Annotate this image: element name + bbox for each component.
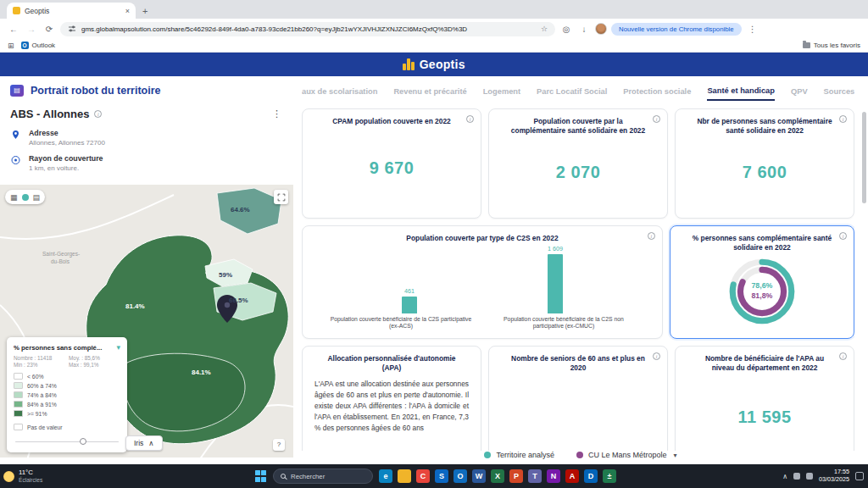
compare-legend: Territoire analysé CU Le Mans Métropole …: [293, 448, 868, 462]
info-icon[interactable]: i: [653, 352, 660, 360]
stat-value: 9 670: [311, 126, 472, 210]
forward-button[interactable]: →: [25, 25, 38, 34]
powerpoint-icon[interactable]: P: [509, 469, 523, 483]
browser-menu-kebab-icon[interactable]: ⋮: [746, 25, 760, 34]
legend-class: >= 91%: [14, 410, 120, 417]
scrollbar-thumb[interactable]: [862, 112, 866, 203]
site-info-icon[interactable]: [68, 25, 76, 33]
tab-sources[interactable]: Sources: [824, 87, 854, 100]
taskbar-search[interactable]: Rechercher: [273, 469, 373, 484]
weather-icon: [3, 471, 14, 482]
info-icon[interactable]: i: [839, 352, 847, 360]
bookmarks-bar: ⊞ O Outlook Tous les favoris: [0, 39, 868, 53]
map-grid-icon[interactable]: ▦: [10, 193, 18, 202]
tab-parc-locatif-social[interactable]: Parc Locatif Social: [537, 87, 607, 100]
all-favorites-button[interactable]: Tous les favoris: [803, 42, 860, 49]
extensions-icon[interactable]: ◎: [559, 25, 573, 34]
compare-label: Territoire analysé: [496, 451, 554, 459]
onenote-icon[interactable]: N: [547, 469, 560, 483]
back-button[interactable]: ←: [7, 25, 20, 34]
legend-class: 84% à 91%: [14, 401, 120, 408]
card-donut-chart[interactable]: % personnes sans complémentaire santé so…: [670, 225, 854, 339]
notification-center-icon[interactable]: [855, 472, 864, 480]
file-explorer-icon[interactable]: [398, 469, 411, 483]
map-place-label2: du-Bois: [51, 258, 70, 264]
outlook-icon[interactable]: O: [453, 469, 467, 483]
edge-icon[interactable]: e: [379, 469, 392, 483]
download-icon[interactable]: ↓: [577, 25, 591, 34]
tab-sant-et-handicap[interactable]: Santé et handicap: [707, 86, 775, 101]
word-icon[interactable]: W: [472, 469, 486, 483]
taskbar-app-icons: eCSOWXPTNAD±: [379, 469, 616, 483]
onedrive-icon[interactable]: D: [584, 469, 598, 483]
map-layers-icon[interactable]: ▤: [33, 193, 41, 202]
tab-aux-de-scolarisation[interactable]: aux de scolarisation: [302, 87, 377, 100]
tray-volume-icon[interactable]: [806, 473, 813, 480]
compare-dot: [576, 452, 583, 458]
map[interactable]: Saint-Georges- du-Bois 64.6%59%66.5%81.4…: [0, 185, 293, 458]
chrome-icon[interactable]: C: [416, 469, 430, 483]
expand-icon: [277, 193, 286, 202]
taskbar-weather[interactable]: 11°C Éclaircies: [3, 469, 42, 484]
info-icon[interactable]: i: [653, 115, 660, 123]
info-icon[interactable]: i: [466, 115, 474, 123]
card-title: % personnes sans complémentaire santé so…: [679, 234, 845, 252]
coverage-radius-icon: [10, 154, 21, 165]
excel-icon[interactable]: X: [491, 469, 504, 483]
tab-close-icon[interactable]: ×: [125, 7, 130, 15]
store-icon[interactable]: S: [435, 469, 448, 483]
info-icon[interactable]: i: [648, 232, 655, 240]
legend-opacity-slider[interactable]: [14, 437, 120, 446]
map-region-label: 84.1%: [192, 369, 211, 376]
address-label: Adresse: [29, 129, 105, 137]
taskbar-clock[interactable]: 17:55 03/03/2025: [819, 469, 849, 483]
help-button[interactable]: ?: [273, 439, 285, 451]
info-icon[interactable]: i: [839, 115, 847, 123]
legend-collapse-icon[interactable]: ▾: [116, 343, 120, 352]
acrobat-icon[interactable]: A: [565, 469, 579, 483]
stat-value: 7 600: [684, 136, 845, 210]
url-text: gms.globalmapsolution.com/share/5c46292d…: [81, 25, 536, 33]
map-expand-button[interactable]: [274, 190, 288, 204]
territory-name: ABS - Allonnes: [10, 108, 89, 120]
browser-tab[interactable]: Geoptis ×: [7, 3, 136, 19]
tab-qpv[interactable]: QPV: [791, 87, 808, 100]
compare-legend-item[interactable]: CU Le Mans Métropole ▾: [576, 451, 677, 459]
iris-button[interactable]: Iris ∧: [125, 435, 163, 451]
card-complementaire: Population couverte par la complémentair…: [488, 108, 668, 219]
radius-value: 1 km, en voiture.: [29, 164, 103, 172]
map-region-label: 66.5%: [229, 297, 248, 304]
new-tab-button[interactable]: +: [142, 6, 147, 16]
territory-menu-kebab-icon[interactable]: ⋮: [272, 108, 283, 119]
apps-grid-icon[interactable]: ⊞: [8, 42, 14, 50]
start-button[interactable]: [254, 470, 267, 483]
profile-avatar[interactable]: [595, 23, 607, 35]
map-legend-title: % personnes sans complé...: [14, 344, 113, 352]
tray-network-icon[interactable]: [793, 473, 800, 480]
teams-icon[interactable]: T: [528, 469, 542, 483]
search-placeholder: Rechercher: [291, 473, 325, 480]
info-icon[interactable]: i: [839, 232, 847, 240]
card-seniors: Nombre de seniors de 60 ans et plus en 2…: [488, 346, 668, 451]
tray-chevron-up-icon[interactable]: ∧: [782, 473, 787, 480]
chrome-update-button[interactable]: Nouvelle version de Chrome disponible: [611, 23, 742, 36]
bookmark-star-icon[interactable]: ☆: [541, 25, 548, 33]
tab-logement[interactable]: Logement: [483, 87, 520, 100]
address-row: Adresse Allonnes, Allonnes 72700: [10, 129, 283, 147]
card-title: Nombre de bénéficiaire de l'APA au nivea…: [684, 354, 845, 373]
tab-revenu-et-pr-carit-[interactable]: Revenu et précarité: [393, 87, 466, 100]
site-favicon-icon: [13, 7, 20, 14]
card-apa-info: Allocation personnalisée d'autonomie (AP…: [302, 346, 481, 451]
map-layer-controls[interactable]: ▦ ▤: [5, 190, 45, 204]
cards-area: CPAM population couverte en 2022 i 9 670…: [302, 108, 854, 451]
notepad-icon[interactable]: ±: [603, 469, 616, 483]
tab-protection-sociale[interactable]: Protection sociale: [623, 87, 691, 100]
map-toggle-icon[interactable]: [22, 194, 29, 201]
system-tray: ∧ 17:55 03/03/2025: [782, 469, 864, 483]
bookmark-outlook[interactable]: O Outlook: [21, 42, 56, 49]
portrait-icon: ▤: [10, 85, 24, 97]
territory-info-icon[interactable]: i: [94, 110, 102, 118]
url-bar[interactable]: gms.globalmapsolution.com/share/5c46292d…: [60, 22, 555, 36]
slider-handle[interactable]: [80, 438, 86, 445]
reload-button[interactable]: ⟳: [42, 25, 56, 34]
